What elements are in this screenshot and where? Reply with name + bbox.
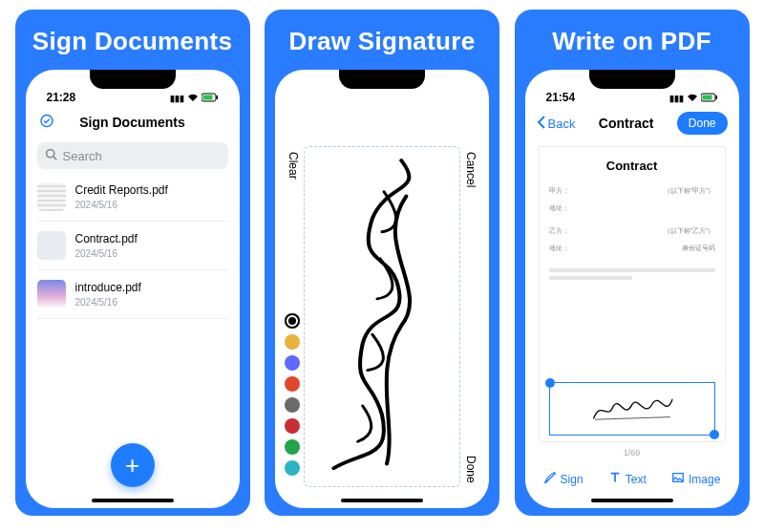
doc-date: 2024/5/16 bbox=[75, 297, 141, 308]
phone-mock: Clear Cancel Done bbox=[275, 70, 489, 508]
home-indicator bbox=[591, 499, 673, 502]
phone-mock: 21:54 ▮▮▮ Back Contract Done Co bbox=[525, 70, 739, 508]
resize-handle-icon[interactable] bbox=[710, 430, 719, 439]
panel-title: Sign Documents bbox=[32, 27, 232, 56]
status-time: 21:54 bbox=[546, 91, 576, 104]
text-icon bbox=[608, 471, 622, 487]
svg-line-5 bbox=[53, 157, 55, 160]
placed-signature bbox=[566, 394, 698, 424]
color-swatch-red[interactable] bbox=[285, 418, 300, 434]
promo-panel-draw-signature: Draw Signature Clear Cancel Done bbox=[265, 10, 499, 516]
signal-icon: ▮▮▮ bbox=[170, 94, 184, 103]
tool-text-button[interactable]: Text bbox=[608, 471, 647, 487]
doc-thumbnail bbox=[37, 182, 66, 211]
tool-label: Image bbox=[689, 473, 720, 486]
done-button[interactable]: Done bbox=[677, 112, 728, 135]
doc-name: Contract.pdf bbox=[75, 232, 138, 245]
color-swatch-teal[interactable] bbox=[285, 460, 300, 476]
color-swatch-black[interactable] bbox=[285, 313, 300, 329]
signature-placement-box[interactable] bbox=[549, 382, 715, 436]
phone-notch bbox=[589, 70, 675, 89]
battery-icon bbox=[701, 93, 718, 104]
signal-icon: ▮▮▮ bbox=[669, 94, 684, 103]
promo-panel-sign-documents: Sign Documents 21:28 ▮▮▮ Sign Documents bbox=[15, 10, 250, 516]
back-button[interactable]: Back bbox=[537, 116, 576, 132]
phone-notch bbox=[90, 70, 176, 89]
done-button[interactable]: Done bbox=[464, 456, 478, 483]
search-placeholder: Search bbox=[63, 149, 102, 163]
resize-handle-icon[interactable] bbox=[545, 378, 555, 388]
list-item[interactable]: Credit Reports.pdf 2024/5/16 bbox=[37, 173, 228, 222]
nav-bar: Back Contract Done bbox=[525, 106, 739, 140]
status-icons: ▮▮▮ bbox=[170, 93, 219, 104]
chevron-left-icon bbox=[537, 116, 546, 132]
tool-image-button[interactable]: Image bbox=[671, 471, 720, 487]
home-indicator bbox=[92, 499, 174, 502]
tool-label: Text bbox=[626, 473, 647, 486]
doc-date: 2024/5/16 bbox=[75, 200, 168, 210]
plus-icon: + bbox=[125, 451, 139, 480]
promo-panel-write-on-pdf: Write on PDF 21:54 ▮▮▮ Back Contra bbox=[515, 10, 750, 516]
search-input[interactable]: Search bbox=[37, 142, 228, 169]
status-time: 21:28 bbox=[47, 91, 76, 104]
svg-point-4 bbox=[46, 150, 53, 158]
list-item[interactable]: introduce.pdf 2024/5/16 bbox=[37, 270, 228, 319]
phone-notch bbox=[339, 70, 425, 89]
pen-icon bbox=[543, 471, 557, 487]
doc-thumbnail bbox=[37, 280, 66, 309]
svg-rect-1 bbox=[202, 96, 212, 100]
cancel-button[interactable]: Cancel bbox=[464, 152, 478, 187]
add-button[interactable]: + bbox=[111, 443, 155, 487]
page-heading: Contract bbox=[549, 159, 715, 173]
signature-canvas[interactable] bbox=[304, 146, 460, 487]
settings-icon[interactable] bbox=[39, 114, 54, 132]
doc-thumbnail bbox=[37, 231, 66, 260]
back-label: Back bbox=[548, 117, 576, 131]
doc-date: 2024/5/16 bbox=[75, 248, 138, 259]
status-icons: ▮▮▮ bbox=[669, 93, 718, 104]
color-swatch-orange[interactable] bbox=[285, 376, 300, 392]
image-icon bbox=[671, 471, 685, 487]
color-palette bbox=[285, 313, 300, 476]
doc-name: introduce.pdf bbox=[75, 281, 141, 294]
color-swatch-grey[interactable] bbox=[285, 397, 300, 413]
clear-button[interactable]: Clear bbox=[286, 152, 300, 180]
tool-label: Sign bbox=[561, 473, 584, 486]
color-swatch-yellow[interactable] bbox=[285, 334, 300, 350]
nav-bar: Sign Documents bbox=[26, 106, 240, 138]
color-swatch-green[interactable] bbox=[285, 439, 300, 455]
signature-screen: Clear Cancel Done bbox=[275, 106, 489, 508]
wifi-icon bbox=[187, 93, 199, 104]
battery-icon bbox=[202, 93, 219, 104]
svg-rect-7 bbox=[702, 96, 711, 100]
panel-title: Write on PDF bbox=[552, 27, 711, 56]
list-item[interactable]: Contract.pdf 2024/5/16 bbox=[37, 222, 228, 270]
pdf-page[interactable]: Contract 甲方：（以下称"甲方"） 地址： 乙方：（以下称"乙方"） 地… bbox=[539, 146, 726, 442]
home-indicator bbox=[341, 499, 423, 502]
search-icon bbox=[45, 148, 57, 163]
wifi-icon bbox=[687, 93, 698, 104]
nav-title: Contract bbox=[599, 116, 654, 131]
nav-title: Sign Documents bbox=[79, 115, 184, 130]
doc-name: Credit Reports.pdf bbox=[75, 183, 168, 197]
svg-rect-2 bbox=[216, 96, 218, 99]
svg-rect-8 bbox=[715, 96, 717, 99]
color-swatch-blue[interactable] bbox=[285, 355, 300, 371]
phone-mock: 21:28 ▮▮▮ Sign Documents Search bbox=[26, 70, 240, 508]
page-indicator: 1/69 bbox=[525, 448, 739, 458]
tool-sign-button[interactable]: Sign bbox=[543, 471, 584, 487]
signature-stroke bbox=[305, 147, 459, 486]
panel-title: Draw Signature bbox=[289, 27, 476, 56]
